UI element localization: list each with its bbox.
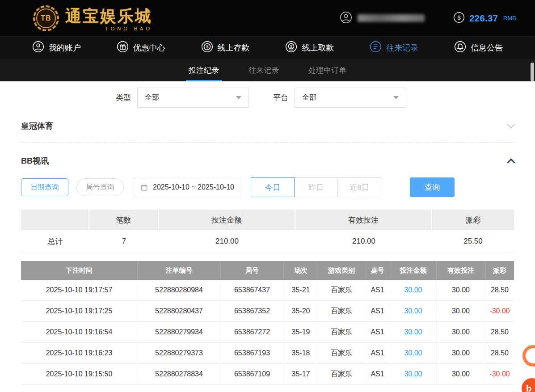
bet-no-cell: 522880279373	[138, 343, 221, 364]
yesterday-button[interactable]: 昨日	[294, 177, 338, 197]
summary-count: 7	[89, 230, 159, 253]
user-icon	[32, 41, 44, 55]
nav-item-deposit[interactable]: $ 线上存款	[201, 41, 250, 55]
summary-header-blank	[21, 210, 89, 230]
table-row: 2025-10-10 19:17:57 522880280984 6538674…	[21, 280, 514, 301]
summary-bet-amount: 210.00	[159, 230, 295, 253]
summary-header: 投注金额	[159, 210, 295, 230]
round-query-button[interactable]: 局号查询	[76, 178, 124, 196]
nav-item-announcements[interactable]: 信息公告	[454, 41, 503, 55]
tab-transaction-records[interactable]: 往来记录	[246, 59, 282, 81]
type-select[interactable]: 全部	[137, 88, 249, 108]
table-row: 2025-10-10 19:16:54 522880279934 6538672…	[21, 322, 514, 343]
col-header: 投注金额	[390, 261, 437, 280]
section-crown-sports[interactable]: 皇冠体育	[21, 110, 514, 143]
payout-cell: 28.50	[485, 343, 514, 364]
round-no-cell: 653867109	[221, 364, 284, 385]
today-button[interactable]: 今日	[251, 177, 295, 197]
username-masked	[358, 14, 425, 22]
tab-bet-records[interactable]: 投注纪录	[186, 59, 222, 81]
bet-amount-link[interactable]: 30.00	[404, 328, 422, 336]
nav-label: 往来记录	[386, 42, 418, 53]
platform-select[interactable]: 全部	[295, 88, 406, 108]
balance-amount: 226.37	[469, 13, 498, 24]
summary-valid-bet: 210.00	[295, 230, 432, 253]
user-avatar-icon	[340, 11, 352, 25]
section-bb-video[interactable]: BB视讯	[21, 145, 514, 177]
tab-label: 处理中订单	[308, 65, 346, 76]
bet-time-cell: 2025-10-10 19:17:25	[21, 301, 138, 322]
nav-item-withdraw[interactable]: $ 线上取款	[285, 41, 334, 55]
bet-details-table: 下注时间 注单编号 局号 场次 游戏类别 桌号 投注金额 有效投注 派彩 202…	[21, 261, 514, 385]
bet-amount-link[interactable]: 30.00	[404, 370, 422, 378]
search-button[interactable]: 查询	[410, 177, 455, 197]
table-no-cell: AS1	[365, 322, 390, 343]
sub-tab-bar: 投注纪录 往来记录 处理中订单	[0, 59, 535, 81]
table-row: 2025-10-10 19:16:23 522880279373 6538671…	[21, 343, 514, 364]
chevron-down-icon	[393, 96, 399, 99]
tab-label: 投注纪录	[189, 65, 219, 76]
filter-bar: 类型 全部 平台 全部	[116, 88, 514, 108]
payout-cell: 28.50	[485, 322, 514, 343]
game-type-cell: 百家乐	[318, 301, 365, 322]
nav-item-promotions[interactable]: 优惠中心	[117, 41, 165, 55]
bell-icon	[454, 41, 466, 55]
session-cell: 35-18	[284, 343, 318, 364]
col-header: 派彩	[485, 261, 514, 280]
scrollbar[interactable]	[531, 63, 534, 81]
summary-total-label: 总计	[21, 230, 89, 253]
bet-amount-link[interactable]: 30.00	[404, 286, 422, 294]
valid-bet-cell: 30.00	[437, 301, 485, 322]
dollar-icon: $	[453, 12, 465, 25]
nav-item-records[interactable]: 往来记录	[370, 41, 418, 55]
bet-no-cell: 522880280437	[138, 301, 221, 322]
logo-title: 通宝娱乐城	[65, 5, 152, 27]
col-header: 下注时间	[21, 261, 138, 280]
valid-bet-cell: 30.00	[437, 364, 485, 385]
calendar-icon	[140, 183, 148, 192]
records-icon	[370, 41, 382, 55]
platform-select-value: 全部	[302, 93, 316, 102]
balance-display[interactable]: $ 226.37 RMB	[453, 12, 516, 25]
round-no-cell: 653867352	[221, 301, 284, 322]
chevron-down-icon	[236, 96, 241, 99]
bet-no-cell: 522880278834	[138, 364, 221, 385]
nav-label: 线上取款	[302, 42, 334, 53]
bet-no-cell: 522880280984	[138, 280, 221, 301]
nav-label: 优惠中心	[133, 42, 165, 53]
date-query-button[interactable]: 日期查询	[21, 178, 68, 196]
platform-filter-label: 平台	[273, 93, 288, 103]
svg-text:$: $	[290, 44, 292, 49]
valid-bet-cell: 30.00	[437, 343, 485, 364]
last8days-button[interactable]: 近8日	[337, 177, 381, 197]
game-type-cell: 百家乐	[318, 343, 365, 364]
chevron-up-icon[interactable]	[507, 158, 515, 166]
nav-item-my-account[interactable]: 我的账户	[32, 41, 81, 55]
game-type-cell: 百家乐	[318, 322, 365, 343]
site-logo[interactable]: TB 通宝娱乐城 TONG BAO	[33, 5, 152, 31]
summary-total-row: 总计 7 210.00 210.00 25.50	[21, 230, 514, 253]
col-header: 注单编号	[138, 261, 221, 280]
table-no-cell: AS1	[365, 364, 390, 385]
table-row: 2025-10-10 19:17:25 522880280437 6538673…	[21, 301, 514, 322]
account-summary[interactable]	[340, 11, 425, 25]
type-filter-label: 类型	[116, 93, 131, 103]
summary-header-row: 笔数 投注金额 有效投注 派彩	[21, 210, 514, 230]
payout-cell: 28.50	[485, 280, 514, 301]
bet-amount-link[interactable]: 30.00	[404, 307, 422, 315]
chevron-down-icon[interactable]	[507, 120, 515, 128]
nav-label: 信息公告	[471, 42, 503, 53]
top-header: TB 通宝娱乐城 TONG BAO $ 226.37	[0, 0, 535, 36]
summary-header: 有效投注	[295, 210, 432, 230]
nav-label: 我的账户	[49, 42, 81, 53]
nav-label: 线上存款	[218, 42, 250, 53]
date-range-input[interactable]: 2025-10-10 ~ 2025-10-10	[133, 178, 241, 197]
quick-range-group: 今日 昨日 近8日	[251, 177, 381, 197]
table-no-cell: AS1	[365, 343, 390, 364]
summary-table: 笔数 投注金额 有效投注 派彩 总计 7 210.00 210.00 25.50	[21, 210, 514, 253]
tab-processing-orders[interactable]: 处理中订单	[306, 59, 349, 81]
section-title: 皇冠体育	[21, 121, 53, 131]
bet-amount-link[interactable]: 30.00	[404, 349, 422, 357]
session-cell: 35-19	[284, 322, 318, 343]
valid-bet-cell: 30.00	[437, 280, 485, 301]
